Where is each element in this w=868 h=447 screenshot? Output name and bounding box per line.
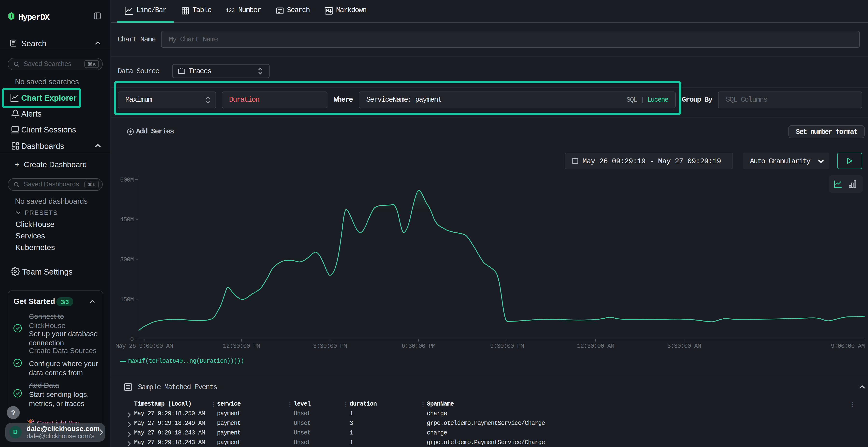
svg-text:600M: 600M <box>120 176 133 183</box>
svg-text:12:30:00 PM: 12:30:00 PM <box>223 343 260 350</box>
svg-text:12:30:00 AM: 12:30:00 AM <box>577 343 614 350</box>
svg-text:150M: 150M <box>120 296 133 303</box>
svg-text:450M: 450M <box>120 216 133 223</box>
svg-text:6:30:00 PM: 6:30:00 PM <box>402 343 435 350</box>
svg-text:0: 0 <box>130 336 133 343</box>
svg-text:9:30:00 PM: 9:30:00 PM <box>490 343 524 350</box>
svg-text:3:30:00 AM: 3:30:00 AM <box>667 343 701 350</box>
svg-text:May 26 9:00:00 AM: May 26 9:00:00 AM <box>116 343 173 350</box>
svg-text:3:30:00 PM: 3:30:00 PM <box>313 343 347 350</box>
svg-text:300M: 300M <box>120 256 133 263</box>
svg-text:9:00:00 AM: 9:00:00 AM <box>831 343 865 350</box>
